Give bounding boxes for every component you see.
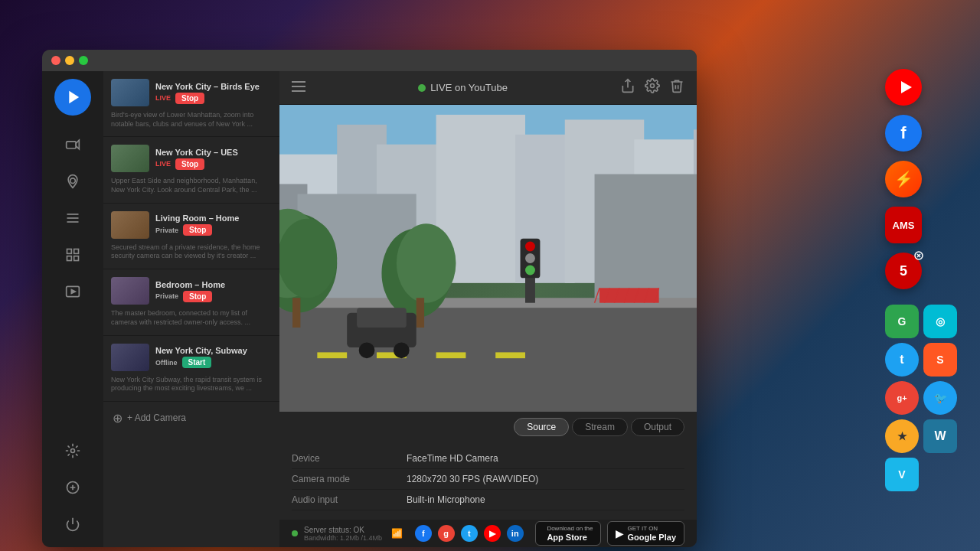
- bandwidth-icon: 📶: [391, 528, 403, 539]
- camera-info-living-room: Living Room – Home Private Stop: [155, 214, 272, 236]
- top-bar-left: [292, 81, 305, 95]
- camera-btn-nyc-subway[interactable]: Start: [182, 357, 212, 368]
- sidebar-item-add[interactable]: [57, 472, 88, 503]
- sidebar-item-cameras[interactable]: [57, 129, 88, 160]
- status-ok-text: Server status: OK: [304, 526, 382, 534]
- appstore-button[interactable]: Download on the App Store: [535, 521, 601, 546]
- right-small-orange[interactable]: S: [923, 343, 957, 377]
- tab-source[interactable]: Source: [514, 418, 569, 436]
- camera-desc-nyc-subway: New York City Subway, the rapid transit …: [111, 376, 272, 393]
- store-buttons: Download on the App Store ▶ GET IT ON Go…: [535, 521, 684, 546]
- close-button[interactable]: [51, 56, 60, 65]
- svg-rect-46: [495, 352, 525, 358]
- main-content: LIVE on YouTube: [279, 71, 697, 547]
- status-left: Server status: OK Bandwidth: 1.2Mb /1.4M…: [292, 526, 403, 542]
- camera-item-nyc-ues[interactable]: New York City – UES LIVE Stop Upper East…: [103, 137, 279, 203]
- right-facebook-icon[interactable]: f: [885, 115, 922, 152]
- camera-item-nyc-birds[interactable]: New York City – Birds Eye LIVE Stop Bird…: [103, 71, 279, 137]
- svg-point-63: [394, 342, 410, 358]
- right-five-icon[interactable]: 5: [885, 253, 922, 289]
- svg-point-3: [70, 178, 76, 184]
- svg-point-50: [279, 219, 337, 298]
- camera-name-nyc-birds: New York City – Birds Eye: [155, 82, 272, 91]
- camera-status-bedroom: Private: [155, 292, 178, 300]
- add-camera-label: + Add Camera: [127, 412, 186, 423]
- right-sidebar: f ⚡ AMS 5 G ◎ t S g+ 🐦 ★ W V: [885, 69, 965, 491]
- camera-thumb-img-bedroom: [111, 277, 149, 305]
- appstore-text: Download on the App Store: [547, 525, 593, 542]
- googleplay-button[interactable]: ▶ GET IT ON Google Play: [607, 521, 684, 546]
- right-small-wordpress[interactable]: W: [923, 419, 957, 453]
- sidebar-item-settings[interactable]: [57, 435, 88, 466]
- camera-header-nyc-subway: New York City, Subway Offline Start: [111, 344, 272, 371]
- right-youtube-icon[interactable]: [885, 69, 922, 106]
- sidebar: [42, 71, 103, 547]
- right-small-gplus[interactable]: g+: [885, 381, 919, 415]
- camera-status-living-room: Private: [155, 227, 178, 234]
- camera-name-nyc-subway: New York City, Subway: [155, 346, 272, 355]
- svg-marker-12: [71, 290, 75, 294]
- device-row: Device FaceTime HD Camera: [292, 448, 684, 469]
- camera-header-nyc-birds: New York City – Birds Eye LIVE Stop: [111, 79, 272, 106]
- delete-icon[interactable]: [669, 78, 684, 97]
- googleplay-icon: ▶: [616, 527, 624, 540]
- camera-thumb-nyc-birds: [111, 79, 149, 106]
- camera-item-bedroom[interactable]: Bedroom – Home Private Stop The master b…: [103, 269, 279, 335]
- menu-icon[interactable]: [292, 81, 305, 95]
- social-youtube[interactable]: ▶: [484, 525, 501, 542]
- right-small-green[interactable]: G: [885, 305, 919, 338]
- right-ams-icon[interactable]: AMS: [885, 207, 922, 243]
- camera-thumb-img-nyc-ues: [111, 145, 149, 172]
- server-status-text: Server status: OK Bandwidth: 1.2Mb /1.4M…: [304, 526, 382, 542]
- right-small-teal[interactable]: ◎: [923, 305, 957, 338]
- social-linkedin[interactable]: in: [507, 525, 524, 542]
- svg-rect-54: [416, 298, 424, 328]
- camera-desc-nyc-birds: Bird's-eye view of Lower Manhattan, zoom…: [111, 111, 272, 129]
- sidebar-item-map[interactable]: [57, 166, 88, 197]
- sidebar-item-grid[interactable]: [57, 240, 88, 270]
- share-icon[interactable]: [620, 78, 635, 97]
- add-camera-button[interactable]: ⊕ + Add Camera: [103, 402, 279, 435]
- camera-btn-nyc-ues[interactable]: Stop: [175, 158, 204, 170]
- app-logo[interactable]: [54, 79, 91, 116]
- camera-btn-bedroom[interactable]: Stop: [183, 291, 212, 302]
- tab-output[interactable]: Output: [631, 418, 684, 436]
- camera-btn-nyc-birds[interactable]: Stop: [175, 93, 204, 104]
- camera-status-row-nyc-birds: LIVE Stop: [155, 93, 272, 104]
- googleplay-small-text: GET IT ON: [627, 525, 676, 533]
- camera-info-nyc-birds: New York City – Birds Eye LIVE Stop: [155, 82, 272, 104]
- title-bar: [42, 50, 697, 71]
- sidebar-item-video[interactable]: [57, 276, 88, 307]
- live-label: LIVE on YouTube: [430, 82, 508, 93]
- camera-status-row-living-room: Private Stop: [155, 224, 272, 236]
- tab-stream[interactable]: Stream: [572, 418, 628, 436]
- social-googleplus[interactable]: g: [438, 525, 455, 542]
- googleplay-name: Google Play: [627, 533, 676, 542]
- social-facebook[interactable]: f: [415, 525, 432, 542]
- camera-thumb-img-nyc-subway: [111, 344, 149, 371]
- camera-item-living-room[interactable]: Living Room – Home Private Stop Secured …: [103, 204, 279, 269]
- svg-marker-72: [901, 81, 912, 93]
- social-twitter[interactable]: t: [461, 525, 478, 542]
- settings-icon[interactable]: [645, 78, 660, 97]
- sidebar-item-power[interactable]: [57, 509, 88, 540]
- camera-status-nyc-ues: LIVE: [155, 160, 171, 168]
- camera-name-nyc-ues: New York City – UES: [155, 148, 272, 157]
- camera-mode-label: Camera mode: [292, 474, 407, 484]
- audio-input-label: Audio input: [292, 494, 407, 505]
- right-lightning-icon[interactable]: ⚡: [885, 161, 922, 197]
- svg-rect-1: [67, 142, 77, 148]
- live-status: LIVE on YouTube: [418, 82, 508, 93]
- audio-input-row: Audio input Built-in Microphone: [292, 490, 684, 510]
- sidebar-item-list[interactable]: [57, 203, 88, 233]
- maximize-button[interactable]: [79, 56, 88, 65]
- svg-marker-0: [69, 91, 79, 103]
- minimize-button[interactable]: [65, 56, 74, 65]
- right-small-tumblr[interactable]: t: [885, 343, 919, 377]
- right-small-twitter[interactable]: 🐦: [923, 381, 957, 415]
- svg-rect-43: [317, 352, 347, 358]
- camera-btn-living-room[interactable]: Stop: [183, 224, 212, 236]
- right-small-yellow[interactable]: ★: [885, 419, 919, 453]
- right-small-vimeo[interactable]: V: [885, 458, 919, 491]
- camera-item-nyc-subway[interactable]: New York City, Subway Offline Start New …: [103, 336, 279, 402]
